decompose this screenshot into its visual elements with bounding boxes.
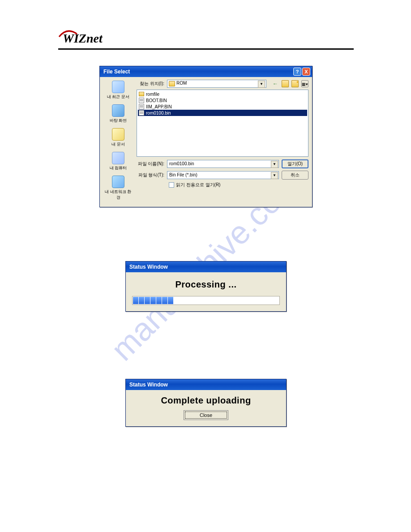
place-label: 바탕 화면	[110, 118, 127, 123]
file-item-selected[interactable]: rom0100.bin	[138, 110, 307, 116]
file-name: BOOT.BIN	[146, 98, 167, 103]
bin-file-icon	[139, 104, 144, 109]
help-button[interactable]: ?	[293, 68, 301, 76]
file-name: romfile	[146, 92, 159, 97]
progress-segment	[139, 297, 144, 304]
network-places-icon	[112, 176, 124, 188]
open-button[interactable]: 열기(O)	[282, 159, 308, 168]
brand-logo: WIZnet	[58, 31, 354, 46]
status-heading: Complete uploading	[132, 395, 280, 406]
file-item-folder[interactable]: romfile	[138, 91, 307, 97]
file-list[interactable]: romfile BOOT.BIN IIM_APP.BIN rom0100.bin	[137, 90, 308, 157]
back-icon[interactable]: ←	[272, 80, 279, 87]
place-label: 내 최근 문서	[107, 94, 129, 99]
desktop-icon	[112, 104, 124, 117]
place-network[interactable]: 내 네트워크 환경	[104, 175, 133, 202]
readonly-label: 읽기 전용으로 열기(R)	[176, 182, 220, 188]
status-titlebar[interactable]: Status Window	[126, 262, 286, 272]
recent-docs-icon	[112, 81, 124, 93]
place-label: 내 컴퓨터	[110, 166, 127, 170]
progress-bar	[132, 296, 280, 305]
status-title: Status Window	[129, 382, 284, 388]
status-heading: Processing ...	[132, 279, 280, 290]
views-icon[interactable]: ▦▾	[301, 80, 308, 87]
bin-file-icon	[139, 110, 144, 116]
progress-segment	[168, 297, 173, 304]
place-desktop[interactable]: 바탕 화면	[104, 103, 133, 125]
dialog-toolbar: ← ▦▾	[272, 80, 308, 87]
status-processing-dialog: Status Window Processing ...	[125, 261, 287, 312]
progress-segment	[162, 297, 167, 304]
place-label: 내 네트워크 환경	[105, 189, 131, 200]
filetype-combo[interactable]: Bin File (*.bin)	[167, 171, 279, 179]
filetype-value: Bin File (*.bin)	[169, 172, 197, 177]
progress-segment	[156, 297, 162, 304]
dialog-titlebar[interactable]: File Select ? X	[100, 66, 312, 77]
folder-icon	[139, 92, 144, 96]
lookin-value: ROM	[176, 81, 187, 86]
readonly-checkbox[interactable]	[169, 182, 174, 188]
status-close-button[interactable]: Close	[184, 410, 228, 420]
file-name: rom0100.bin	[146, 111, 171, 116]
my-computer-icon	[112, 152, 124, 164]
place-label: 내 문서	[111, 142, 125, 146]
dialog-title: File Select	[103, 69, 292, 75]
file-select-dialog: File Select ? X 내 최근 문서 바탕 화면 내 문서	[99, 66, 313, 207]
places-bar: 내 최근 문서 바탕 화면 내 문서 내 컴퓨터 내 네트워크 환경	[103, 80, 134, 202]
place-mydocs[interactable]: 내 문서	[104, 127, 133, 149]
bin-file-icon	[139, 98, 144, 103]
filename-input[interactable]: rom0100.bin	[167, 160, 279, 168]
lookin-label: 찾는 위치(I):	[137, 81, 164, 87]
progress-segment	[145, 297, 150, 304]
close-button[interactable]: X	[302, 68, 310, 76]
file-item[interactable]: IIM_APP.BIN	[138, 103, 307, 110]
place-computer[interactable]: 내 컴퓨터	[104, 151, 133, 173]
progress-segment	[133, 297, 138, 304]
filename-label: 파일 이름(N):	[137, 161, 164, 167]
file-item[interactable]: BOOT.BIN	[138, 97, 307, 103]
my-documents-icon	[112, 128, 124, 141]
place-recent[interactable]: 내 최근 문서	[104, 80, 133, 102]
filetype-label: 파일 형식(T):	[137, 172, 164, 178]
filename-value: rom0100.bin	[169, 161, 194, 166]
up-folder-icon[interactable]	[282, 80, 289, 87]
status-title: Status Window	[129, 264, 284, 270]
new-folder-icon[interactable]	[291, 80, 299, 87]
status-complete-dialog: Status Window Complete uploading Close	[125, 379, 287, 427]
cancel-button[interactable]: 취소	[282, 171, 308, 180]
lookin-combo[interactable]: ROM	[167, 80, 266, 88]
logo-arc-icon	[58, 30, 78, 39]
progress-segment	[150, 297, 156, 304]
file-name: IIM_APP.BIN	[146, 104, 172, 109]
status-titlebar[interactable]: Status Window	[126, 379, 286, 390]
document-page: WIZnet File Select ? X 내 최근 문서 바탕 화면	[58, 31, 354, 427]
